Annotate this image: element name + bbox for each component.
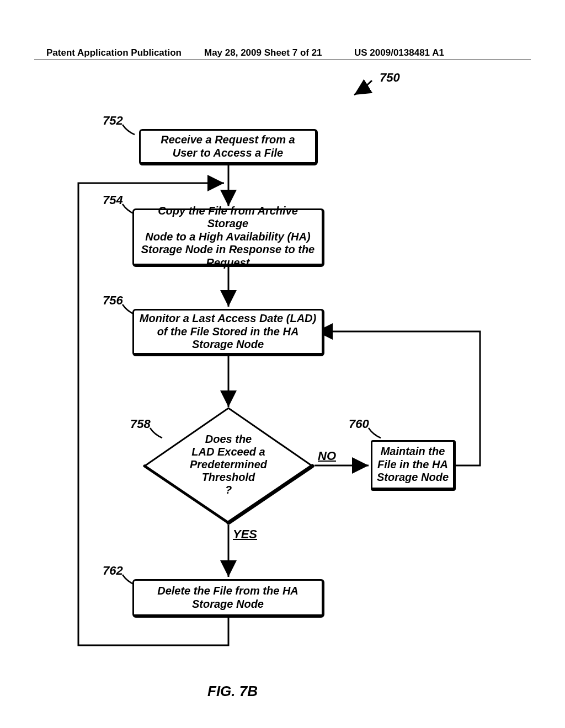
node-758: Does the LAD Exceed a Predetermined Thre… [142, 407, 315, 525]
header-left: Patent Application Publication [46, 47, 182, 58]
header-rule [34, 60, 531, 60]
node-756-text: Monitor a Last Access Date (LAD) of the … [140, 312, 316, 351]
node-760-text: Maintain the File in the HA Storage Node [377, 445, 449, 484]
edge-no: NO [318, 449, 336, 463]
edge-yes: YES [233, 527, 257, 542]
node-756: Monitor a Last Access Date (LAD) of the … [132, 309, 324, 356]
flowchart: 750 752 Receive a Request from a User to… [34, 69, 531, 687]
node-752-text: Receive a Request from a User to Access … [161, 133, 295, 159]
node-754: Copy the File from Archive Storage Node … [132, 208, 324, 267]
node-760: Maintain the File in the HA Storage Node [371, 440, 456, 491]
header-right: US 2009/0138481 A1 [354, 47, 444, 58]
ref-752: 752 [103, 114, 123, 128]
node-754-text: Copy the File from Archive Storage Node … [137, 205, 318, 270]
ref-750: 750 [380, 71, 400, 85]
node-762: Delete the File from the HA Storage Node [132, 579, 324, 618]
node-752: Receive a Request from a User to Access … [139, 129, 318, 165]
header-mid: May 28, 2009 Sheet 7 of 21 [204, 47, 322, 58]
node-762-text: Delete the File from the HA Storage Node [157, 585, 299, 611]
figure-caption: FIG. 7B [207, 683, 258, 700]
ref-756: 756 [103, 293, 123, 308]
ref-754: 754 [103, 193, 123, 207]
ref-762: 762 [103, 564, 123, 578]
ref-760: 760 [349, 417, 369, 431]
node-758-text: Does the LAD Exceed a Predetermined Thre… [165, 433, 292, 496]
